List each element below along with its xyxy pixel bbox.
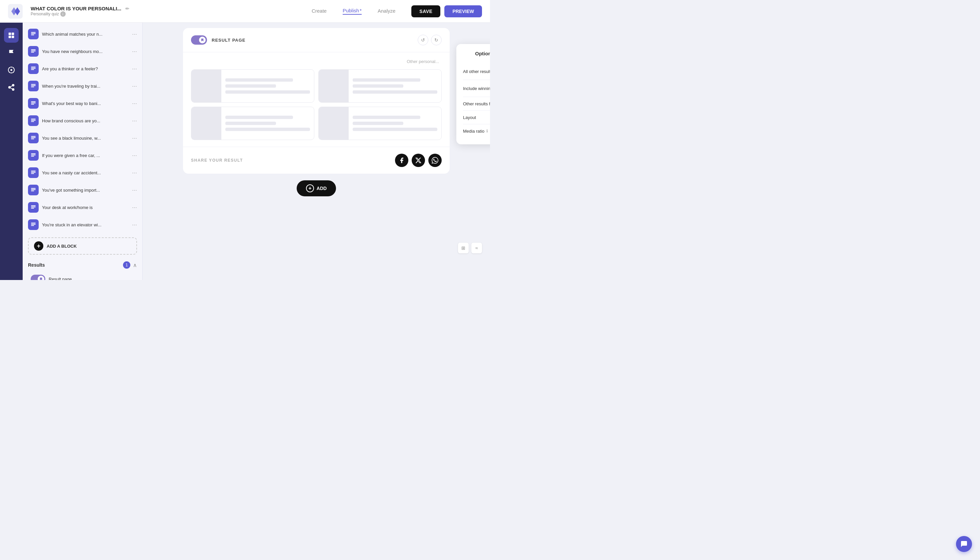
svg-rect-29	[31, 136, 36, 137]
preview-button[interactable]: PREVIEW	[444, 5, 482, 17]
question-more-icon[interactable]: ···	[132, 117, 137, 124]
media-ratio-label: Media ratio ℹ	[463, 129, 488, 134]
personality-card-img-1	[191, 70, 221, 102]
result-page-card-title: RESULT PAGE	[212, 38, 246, 43]
question-more-icon[interactable]: ···	[132, 221, 137, 228]
results-label: Results	[28, 262, 45, 268]
question-more-icon[interactable]: ···	[132, 100, 137, 107]
question-item[interactable]: You're stuck in an elevator wi... ···	[23, 216, 142, 233]
nav-analyze[interactable]: Analyze	[378, 8, 395, 14]
filter-icon[interactable]: ≈	[471, 243, 482, 253]
save-button[interactable]: SAVE	[411, 5, 440, 17]
personality-card-3[interactable]	[191, 107, 314, 140]
personality-card-2[interactable]	[318, 69, 442, 103]
line-placeholder	[225, 128, 310, 131]
sidebar-icon-flag[interactable]	[4, 45, 19, 60]
question-text: You're stuck in an elevator wi...	[42, 222, 129, 227]
svg-point-7	[9, 86, 11, 88]
layout-row: Layout Full width ∨	[463, 111, 490, 124]
question-item[interactable]: How brand conscious are yo... ···	[23, 112, 142, 129]
result-page-item[interactable]: Result page	[28, 271, 137, 280]
personality-card-content-2	[349, 70, 441, 102]
include-winning-row: Include winning personality	[463, 80, 490, 97]
question-item[interactable]: Are you a thinker or a feeler? ···	[23, 60, 142, 77]
question-item[interactable]: Which animal matches your n... ···	[23, 25, 142, 43]
publish-dot: *	[360, 8, 362, 13]
twitter-share-button[interactable]	[412, 154, 425, 167]
question-icon	[28, 133, 39, 143]
quiz-subtitle: Personality quiz i	[31, 11, 129, 17]
result-page-toggle-small[interactable]	[31, 275, 45, 280]
personality-card-1[interactable]	[191, 69, 314, 103]
question-item[interactable]: You see a nasty car accident... ···	[23, 164, 142, 181]
add-button[interactable]: + ADD	[297, 180, 336, 196]
results-chevron-icon[interactable]: ∧	[133, 262, 137, 268]
svg-rect-24	[31, 103, 36, 103]
question-item[interactable]: When you're traveling by trai... ···	[23, 77, 142, 95]
question-item[interactable]: You see a black limousine, w... ···	[23, 129, 142, 147]
question-more-icon[interactable]: ···	[132, 48, 137, 55]
sidebar-icon-blocks[interactable]	[4, 28, 19, 43]
include-winning-label: Include winning personality	[463, 86, 490, 91]
media-ratio-info-icon[interactable]: ℹ	[486, 129, 488, 133]
svg-rect-25	[31, 104, 34, 105]
facebook-share-button[interactable]	[395, 154, 408, 167]
question-text: Which animal matches your n...	[42, 32, 129, 37]
add-block-button[interactable]: + ADD A BLOCK	[28, 237, 137, 255]
question-more-icon[interactable]: ···	[132, 65, 137, 72]
svg-line-10	[10, 86, 12, 87]
svg-line-9	[10, 88, 12, 89]
question-icon	[28, 167, 39, 178]
personality-card-img-4	[319, 107, 349, 140]
question-more-icon[interactable]: ···	[132, 169, 137, 176]
svg-rect-12	[31, 33, 36, 34]
question-text: You see a nasty car accident...	[42, 170, 129, 175]
svg-rect-23	[31, 101, 36, 102]
svg-rect-3	[9, 36, 11, 38]
question-more-icon[interactable]: ···	[132, 187, 137, 194]
personality-card-4[interactable]	[318, 107, 442, 140]
quiz-title-text: WHAT COLOR IS YOUR PERSONALI...	[31, 6, 121, 11]
redo-button[interactable]: ↻	[431, 35, 442, 45]
question-more-icon[interactable]: ···	[132, 31, 137, 38]
line-placeholder	[225, 78, 293, 82]
undo-button[interactable]: ↺	[418, 35, 428, 45]
nav-create[interactable]: Create	[312, 8, 327, 14]
nav-publish[interactable]: Publish*	[343, 8, 362, 15]
question-icon	[28, 150, 39, 161]
personality-card-img-3	[191, 107, 221, 140]
question-more-icon[interactable]: ···	[132, 135, 137, 142]
question-item[interactable]: What's your best way to bani... ···	[23, 95, 142, 112]
grid-view-icon[interactable]: ⊞	[458, 243, 469, 253]
info-icon[interactable]: i	[60, 11, 66, 17]
sidebar-icon-settings[interactable]	[4, 63, 19, 77]
question-icon	[28, 98, 39, 109]
personality-card-content-4	[349, 107, 441, 140]
line-placeholder	[353, 78, 420, 82]
whatsapp-share-button[interactable]	[428, 154, 442, 167]
all-other-results-row: All other results	[463, 63, 490, 80]
result-page-toggle[interactable]	[191, 35, 207, 45]
question-icon	[28, 185, 39, 195]
svg-rect-4	[12, 36, 14, 38]
sidebar-icon-share[interactable]	[4, 80, 19, 95]
quiz-title: WHAT COLOR IS YOUR PERSONALI... ✏	[31, 6, 129, 11]
line-placeholder	[353, 128, 437, 131]
question-more-icon[interactable]: ···	[132, 204, 137, 211]
question-item[interactable]: You've got something import... ···	[23, 181, 142, 199]
question-more-icon[interactable]: ···	[132, 83, 137, 90]
personality-card-content-3	[221, 107, 314, 140]
add-btn-container: + ADD	[151, 180, 482, 196]
options-panel: Options (Other personalities) All other …	[456, 44, 490, 144]
question-more-icon[interactable]: ···	[132, 152, 137, 159]
share-section: SHARE YOUR RESULT	[183, 147, 450, 174]
media-ratio-label-text: Media ratio	[463, 129, 484, 134]
edit-title-icon[interactable]: ✏	[125, 6, 129, 11]
question-item[interactable]: You have new neighbours mo... ···	[23, 43, 142, 60]
app-logo[interactable]	[8, 4, 23, 19]
question-item[interactable]: If you were given a free car, ... ···	[23, 147, 142, 164]
question-item[interactable]: Your desk at work/home is ···	[23, 199, 142, 216]
svg-rect-15	[31, 51, 36, 51]
svg-rect-32	[31, 153, 36, 154]
svg-rect-44	[31, 223, 36, 223]
